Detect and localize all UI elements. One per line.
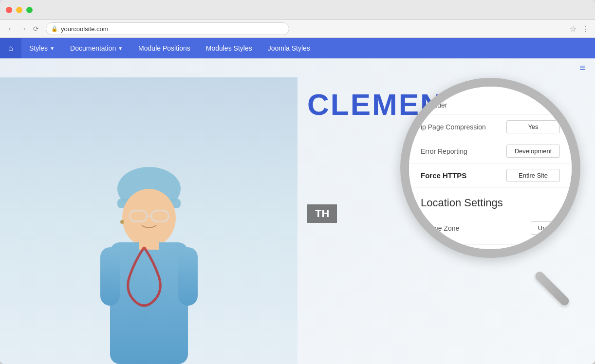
lock-icon: 🔒 bbox=[51, 26, 58, 32]
home-button[interactable]: ⌂ bbox=[0, 38, 21, 58]
close-button[interactable] bbox=[6, 7, 12, 13]
maximize-button[interactable] bbox=[26, 7, 33, 13]
hamburger-icon[interactable]: ≡ bbox=[579, 62, 585, 73]
chevron-down-icon: ▼ bbox=[50, 46, 55, 51]
traffic-lights bbox=[6, 7, 33, 13]
svg-point-6 bbox=[120, 220, 124, 224]
site-navigation: ⌂ Styles ▼ Documentation ▼ Module Positi… bbox=[0, 38, 595, 58]
doctor-figure bbox=[81, 145, 217, 364]
title-bar bbox=[0, 0, 595, 19]
nav-item-modules-styles[interactable]: Modules Styles bbox=[198, 38, 260, 58]
title-section: CLEMENTINE TH bbox=[298, 77, 595, 364]
site-header: ≡ bbox=[0, 58, 595, 77]
site-body: CLEMENTINE TH bbox=[0, 77, 595, 364]
chevron-down-icon: ▼ bbox=[118, 46, 123, 51]
forward-button[interactable]: → bbox=[19, 24, 28, 34]
minimize-button[interactable] bbox=[16, 7, 22, 13]
svg-rect-9 bbox=[100, 247, 120, 306]
main-content: ≡ bbox=[0, 58, 595, 364]
nav-item-module-positions[interactable]: Module Positions bbox=[130, 38, 198, 58]
doctor-background bbox=[0, 77, 298, 364]
site-preview: ≡ bbox=[0, 58, 595, 364]
menu-icon[interactable]: ⋮ bbox=[581, 24, 589, 34]
browser-window: ← → ⟳ 🔒 yourcoolsite.com ☆ ⋮ ⌂ Styles ▼ … bbox=[0, 0, 595, 364]
home-icon: ⌂ bbox=[8, 44, 13, 53]
address-bar: ← → ⟳ 🔒 yourcoolsite.com ☆ ⋮ bbox=[0, 19, 595, 38]
doctor-section bbox=[0, 77, 298, 364]
back-button[interactable]: ← bbox=[6, 24, 16, 34]
nav-item-styles[interactable]: Styles ▼ bbox=[21, 38, 62, 58]
nav-item-documentation[interactable]: Documentation ▼ bbox=[62, 38, 130, 58]
url-bar[interactable]: 🔒 yourcoolsite.com bbox=[46, 22, 289, 35]
bookmark-icon[interactable]: ☆ bbox=[570, 24, 576, 34]
svg-rect-10 bbox=[178, 247, 198, 306]
th-badge: TH bbox=[307, 204, 337, 223]
svg-rect-8 bbox=[139, 237, 159, 250]
site-title: CLEMENTINE bbox=[307, 87, 585, 122]
reload-button[interactable]: ⟳ bbox=[31, 24, 41, 34]
url-text: yourcoolsite.com bbox=[61, 25, 109, 33]
nav-item-joomla-styles[interactable]: Joomla Styles bbox=[260, 38, 318, 58]
browser-nav-buttons: ← → ⟳ bbox=[6, 24, 41, 34]
address-bar-actions: ☆ ⋮ bbox=[570, 24, 589, 34]
